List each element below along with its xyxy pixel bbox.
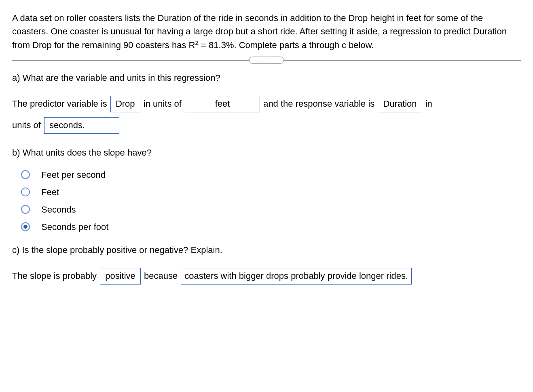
r-superscript: 2 [195, 39, 199, 46]
radio-icon[interactable] [21, 188, 30, 196]
text-in: in [425, 99, 432, 109]
radio-option-2[interactable]: Seconds [21, 203, 521, 216]
slope-sign-select[interactable]: positive [100, 268, 141, 285]
radio-label: Seconds per foot [41, 220, 108, 234]
text-units-of-2: units of [12, 120, 41, 130]
response-units-select[interactable]: seconds. [44, 117, 119, 134]
radio-icon[interactable] [21, 205, 30, 214]
slope-reason-select[interactable]: coasters with bigger drops probably prov… [181, 268, 412, 285]
problem-statement: A data set on roller coasters lists the … [12, 11, 521, 52]
problem-text-after: = 81.3%. Complete parts a through c belo… [199, 40, 374, 50]
predictor-units-select[interactable]: feet [185, 96, 260, 112]
radio-option-3[interactable]: Seconds per foot [21, 220, 521, 234]
part-a-question: a) What are the variable and units in th… [12, 71, 521, 84]
radio-icon[interactable] [21, 170, 30, 179]
predictor-variable-select[interactable]: Drop [110, 96, 140, 112]
part-a-answer: The predictor variable is Drop in units … [12, 93, 521, 136]
part-b-question: b) What units does the slope have? [12, 146, 521, 159]
radio-label: Feet per second [41, 168, 106, 181]
response-variable-select[interactable]: Duration [378, 96, 422, 112]
text-response-is: and the response variable is [263, 99, 374, 109]
radio-label: Feet [41, 185, 59, 199]
text-slope-probably: The slope is probably [12, 271, 97, 281]
section-divider: ..... [12, 57, 521, 64]
text-predictor-is: The predictor variable is [12, 99, 107, 109]
radio-option-1[interactable]: Feet [21, 185, 521, 199]
part-b-options: Feet per secondFeetSecondsSeconds per fo… [21, 168, 521, 234]
part-c-answer: The slope is probably positive because c… [12, 266, 521, 287]
divider-line-right [284, 60, 521, 61]
radio-icon[interactable] [21, 222, 30, 231]
radio-label: Seconds [41, 203, 76, 216]
radio-option-0[interactable]: Feet per second [21, 168, 521, 181]
text-in-units-of-1: in units of [144, 99, 182, 109]
divider-pill[interactable]: ..... [249, 57, 283, 64]
divider-line-left [12, 60, 249, 61]
text-because: because [144, 271, 178, 281]
part-c-question: c) Is the slope probably positive or neg… [12, 243, 521, 257]
